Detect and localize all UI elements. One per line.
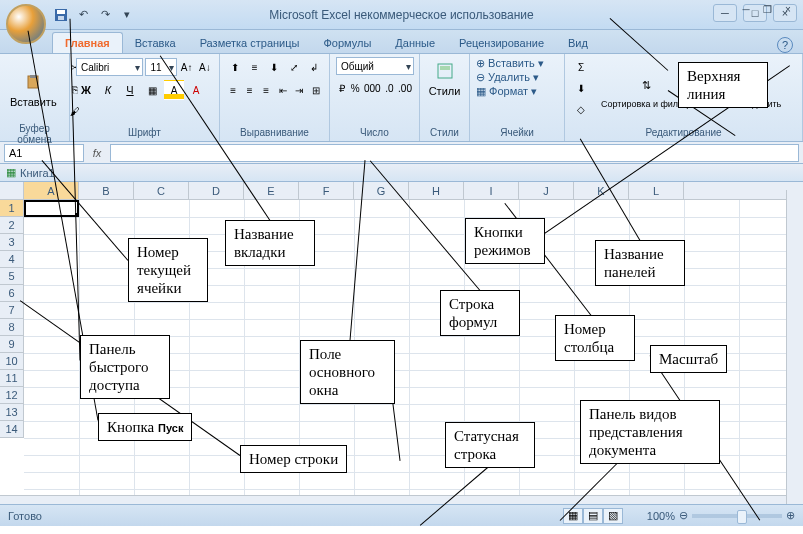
grow-font-icon[interactable]: A↑	[179, 57, 195, 77]
row-header-1[interactable]: 1	[0, 200, 23, 217]
zoom-in-icon[interactable]: ⊕	[786, 509, 795, 522]
select-all-corner[interactable]	[0, 182, 24, 200]
group-font: Calibri 11 A↑ A↓ Ж К Ч ▦ A A Шрифт	[70, 54, 220, 141]
zoom-value[interactable]: 100%	[647, 510, 675, 522]
mdi-minimize[interactable]: ─	[737, 2, 755, 16]
col-header-H[interactable]: H	[409, 182, 464, 199]
row-header-5[interactable]: 5	[0, 268, 23, 285]
group-number: Общий ₽ % 000 .0 .00 Число	[330, 54, 420, 141]
tab-home[interactable]: Главная	[52, 32, 123, 53]
col-header-I[interactable]: I	[464, 182, 519, 199]
workbook-tab: ▦ Книга1	[0, 164, 803, 182]
office-button[interactable]	[6, 4, 46, 44]
col-header-L[interactable]: L	[629, 182, 684, 199]
col-header-A[interactable]: A	[24, 182, 79, 199]
zoom-out-icon[interactable]: ⊖	[679, 509, 688, 522]
indent-dec-icon[interactable]: ⇤	[276, 80, 291, 100]
align-top-icon[interactable]: ⬆	[226, 57, 244, 77]
col-header-B[interactable]: B	[79, 182, 134, 199]
orientation-icon[interactable]: ⤢	[285, 57, 303, 77]
tab-review[interactable]: Рецензирование	[447, 33, 556, 53]
fx-icon[interactable]: fx	[88, 144, 106, 162]
col-header-J[interactable]: J	[519, 182, 574, 199]
excel-icon: ▦	[6, 166, 16, 179]
bold-icon[interactable]: Ж	[76, 80, 96, 100]
align-left-icon[interactable]: ≡	[226, 80, 241, 100]
align-right-icon[interactable]: ≡	[259, 80, 274, 100]
row-header-10[interactable]: 10	[0, 353, 23, 370]
formula-input[interactable]	[110, 144, 799, 162]
tab-data[interactable]: Данные	[383, 33, 447, 53]
undo-icon[interactable]: ↶	[74, 6, 92, 24]
comma-icon[interactable]: 000	[363, 78, 382, 98]
underline-icon[interactable]: Ч	[120, 80, 140, 100]
save-icon[interactable]	[52, 6, 70, 24]
merge-icon[interactable]: ⊞	[309, 80, 324, 100]
view-break-icon[interactable]: ▧	[603, 508, 623, 524]
row-header-9[interactable]: 9	[0, 336, 23, 353]
dec-decimal-icon[interactable]: .00	[397, 78, 413, 98]
col-header-E[interactable]: E	[244, 182, 299, 199]
view-page-icon[interactable]: ▤	[583, 508, 603, 524]
callout-qat: Панель быстрого доступа	[80, 335, 170, 399]
row-header-14[interactable]: 14	[0, 421, 23, 438]
tab-insert[interactable]: Вставка	[123, 33, 188, 53]
col-header-C[interactable]: C	[134, 182, 189, 199]
align-middle-icon[interactable]: ≡	[246, 57, 264, 77]
row-header-13[interactable]: 13	[0, 404, 23, 421]
group-cells: ⊕ Вставить ▾ ⊖ Удалить ▾ ▦ Формат ▾ Ячей…	[470, 54, 565, 141]
callout-zoom: Масштаб	[650, 345, 727, 373]
group-styles: Стили Стили	[420, 54, 470, 141]
shrink-font-icon[interactable]: A↓	[197, 57, 213, 77]
row-headers: 1234567891011121314	[0, 200, 24, 438]
clear-icon[interactable]: ◇	[571, 99, 591, 119]
help-icon[interactable]: ?	[777, 37, 793, 53]
cells-insert[interactable]: ⊕ Вставить ▾	[476, 57, 544, 70]
zoom-slider[interactable]	[692, 514, 782, 518]
fill-icon[interactable]: ⬇	[571, 78, 591, 98]
tab-view[interactable]: Вид	[556, 33, 600, 53]
number-format-combo[interactable]: Общий	[336, 57, 414, 75]
minimize-button[interactable]: ─	[713, 4, 737, 22]
styles-button[interactable]: Стили	[426, 57, 463, 99]
tab-formulas[interactable]: Формулы	[311, 33, 383, 53]
fill-color-icon[interactable]: A	[164, 80, 184, 100]
callout-top-line: Верхняя линия	[678, 62, 768, 108]
row-header-12[interactable]: 12	[0, 387, 23, 404]
mdi-restore[interactable]: ❐	[758, 2, 776, 16]
border-icon[interactable]: ▦	[142, 80, 162, 100]
align-center-icon[interactable]: ≡	[243, 80, 258, 100]
callout-main-field: Поле основного окна	[300, 340, 395, 404]
name-box[interactable]: A1	[4, 144, 84, 162]
active-cell[interactable]	[24, 200, 79, 217]
mdi-close[interactable]: ×	[779, 2, 797, 16]
row-header-3[interactable]: 3	[0, 234, 23, 251]
indent-inc-icon[interactable]: ⇥	[292, 80, 307, 100]
font-name-combo[interactable]: Calibri	[76, 58, 143, 76]
row-header-2[interactable]: 2	[0, 217, 23, 234]
vertical-scrollbar[interactable]	[786, 190, 803, 512]
inc-decimal-icon[interactable]: .0	[384, 78, 395, 98]
view-buttons: ▦ ▤ ▧	[563, 508, 623, 524]
view-normal-icon[interactable]: ▦	[563, 508, 583, 524]
qat-dropdown-icon[interactable]: ▾	[118, 6, 136, 24]
cells-format[interactable]: ▦ Формат ▾	[476, 85, 544, 98]
percent-icon[interactable]: %	[349, 78, 360, 98]
autosum-icon[interactable]: Σ	[571, 57, 591, 77]
callout-tab-name: Название вкладки	[225, 220, 315, 266]
tab-page-layout[interactable]: Разметка страницы	[188, 33, 312, 53]
col-header-F[interactable]: F	[299, 182, 354, 199]
col-header-D[interactable]: D	[189, 182, 244, 199]
row-header-4[interactable]: 4	[0, 251, 23, 268]
wrap-text-icon[interactable]: ↲	[305, 57, 323, 77]
currency-icon[interactable]: ₽	[336, 78, 347, 98]
redo-icon[interactable]: ↷	[96, 6, 114, 24]
row-header-7[interactable]: 7	[0, 302, 23, 319]
italic-icon[interactable]: К	[98, 80, 118, 100]
cells-delete[interactable]: ⊖ Удалить ▾	[476, 71, 544, 84]
row-header-11[interactable]: 11	[0, 370, 23, 387]
row-header-8[interactable]: 8	[0, 319, 23, 336]
font-color-icon[interactable]: A	[186, 80, 206, 100]
col-header-K[interactable]: K	[574, 182, 629, 199]
align-bottom-icon[interactable]: ⬇	[266, 57, 284, 77]
